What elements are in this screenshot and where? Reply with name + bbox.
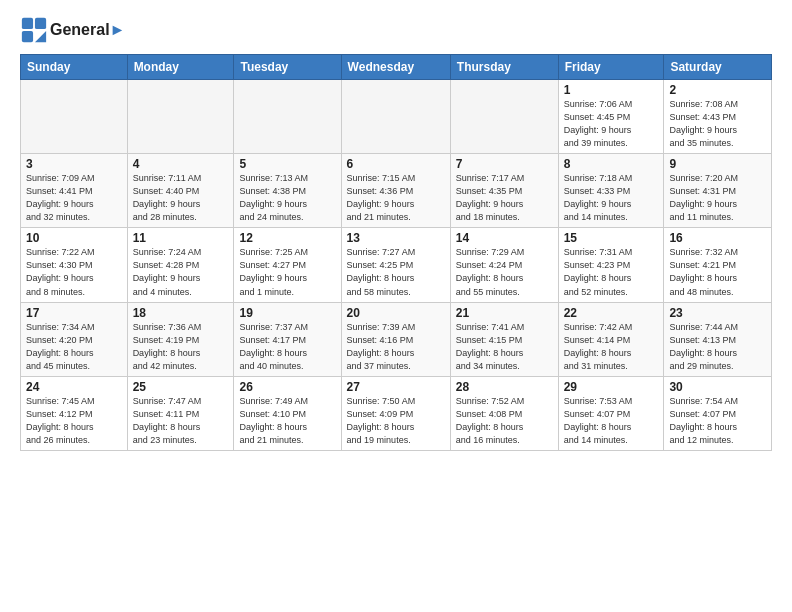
calendar-cell: 18Sunrise: 7:36 AM Sunset: 4:19 PM Dayli… [127,302,234,376]
calendar-week-4: 24Sunrise: 7:45 AM Sunset: 4:12 PM Dayli… [21,376,772,450]
day-info: Sunrise: 7:13 AM Sunset: 4:38 PM Dayligh… [239,172,335,224]
day-info: Sunrise: 7:17 AM Sunset: 4:35 PM Dayligh… [456,172,553,224]
header-tuesday: Tuesday [234,55,341,80]
day-info: Sunrise: 7:49 AM Sunset: 4:10 PM Dayligh… [239,395,335,447]
day-number: 2 [669,83,766,97]
svg-marker-3 [35,31,46,42]
calendar-cell: 4Sunrise: 7:11 AM Sunset: 4:40 PM Daylig… [127,154,234,228]
day-number: 17 [26,306,122,320]
header-monday: Monday [127,55,234,80]
header-wednesday: Wednesday [341,55,450,80]
calendar-table: Sunday Monday Tuesday Wednesday Thursday… [20,54,772,451]
day-info: Sunrise: 7:31 AM Sunset: 4:23 PM Dayligh… [564,246,659,298]
calendar-cell: 29Sunrise: 7:53 AM Sunset: 4:07 PM Dayli… [558,376,664,450]
day-info: Sunrise: 7:27 AM Sunset: 4:25 PM Dayligh… [347,246,445,298]
day-number: 6 [347,157,445,171]
calendar-week-1: 3Sunrise: 7:09 AM Sunset: 4:41 PM Daylig… [21,154,772,228]
calendar-cell: 28Sunrise: 7:52 AM Sunset: 4:08 PM Dayli… [450,376,558,450]
day-info: Sunrise: 7:53 AM Sunset: 4:07 PM Dayligh… [564,395,659,447]
day-info: Sunrise: 7:09 AM Sunset: 4:41 PM Dayligh… [26,172,122,224]
day-info: Sunrise: 7:41 AM Sunset: 4:15 PM Dayligh… [456,321,553,373]
calendar-cell: 12Sunrise: 7:25 AM Sunset: 4:27 PM Dayli… [234,228,341,302]
day-number: 9 [669,157,766,171]
logo: General► [20,16,125,44]
day-number: 1 [564,83,659,97]
day-info: Sunrise: 7:18 AM Sunset: 4:33 PM Dayligh… [564,172,659,224]
day-info: Sunrise: 7:32 AM Sunset: 4:21 PM Dayligh… [669,246,766,298]
calendar-cell: 16Sunrise: 7:32 AM Sunset: 4:21 PM Dayli… [664,228,772,302]
calendar-cell [127,80,234,154]
day-number: 29 [564,380,659,394]
day-info: Sunrise: 7:11 AM Sunset: 4:40 PM Dayligh… [133,172,229,224]
calendar-cell: 21Sunrise: 7:41 AM Sunset: 4:15 PM Dayli… [450,302,558,376]
svg-rect-2 [22,31,33,42]
calendar-cell: 9Sunrise: 7:20 AM Sunset: 4:31 PM Daylig… [664,154,772,228]
calendar-cell: 13Sunrise: 7:27 AM Sunset: 4:25 PM Dayli… [341,228,450,302]
logo-text-block: General► [50,21,125,39]
day-info: Sunrise: 7:36 AM Sunset: 4:19 PM Dayligh… [133,321,229,373]
day-number: 24 [26,380,122,394]
logo-icon [20,16,48,44]
day-number: 10 [26,231,122,245]
day-info: Sunrise: 7:34 AM Sunset: 4:20 PM Dayligh… [26,321,122,373]
day-info: Sunrise: 7:50 AM Sunset: 4:09 PM Dayligh… [347,395,445,447]
calendar-cell: 22Sunrise: 7:42 AM Sunset: 4:14 PM Dayli… [558,302,664,376]
day-info: Sunrise: 7:45 AM Sunset: 4:12 PM Dayligh… [26,395,122,447]
day-info: Sunrise: 7:08 AM Sunset: 4:43 PM Dayligh… [669,98,766,150]
calendar-cell: 8Sunrise: 7:18 AM Sunset: 4:33 PM Daylig… [558,154,664,228]
day-info: Sunrise: 7:52 AM Sunset: 4:08 PM Dayligh… [456,395,553,447]
calendar-cell: 7Sunrise: 7:17 AM Sunset: 4:35 PM Daylig… [450,154,558,228]
day-info: Sunrise: 7:37 AM Sunset: 4:17 PM Dayligh… [239,321,335,373]
day-info: Sunrise: 7:54 AM Sunset: 4:07 PM Dayligh… [669,395,766,447]
day-number: 14 [456,231,553,245]
header-saturday: Saturday [664,55,772,80]
day-info: Sunrise: 7:24 AM Sunset: 4:28 PM Dayligh… [133,246,229,298]
day-info: Sunrise: 7:15 AM Sunset: 4:36 PM Dayligh… [347,172,445,224]
day-number: 19 [239,306,335,320]
calendar-cell: 3Sunrise: 7:09 AM Sunset: 4:41 PM Daylig… [21,154,128,228]
header-friday: Friday [558,55,664,80]
calendar-header-row: Sunday Monday Tuesday Wednesday Thursday… [21,55,772,80]
day-number: 15 [564,231,659,245]
calendar-cell: 6Sunrise: 7:15 AM Sunset: 4:36 PM Daylig… [341,154,450,228]
calendar-cell: 1Sunrise: 7:06 AM Sunset: 4:45 PM Daylig… [558,80,664,154]
calendar-cell: 11Sunrise: 7:24 AM Sunset: 4:28 PM Dayli… [127,228,234,302]
day-number: 8 [564,157,659,171]
day-info: Sunrise: 7:39 AM Sunset: 4:16 PM Dayligh… [347,321,445,373]
day-info: Sunrise: 7:25 AM Sunset: 4:27 PM Dayligh… [239,246,335,298]
day-number: 28 [456,380,553,394]
calendar-cell: 17Sunrise: 7:34 AM Sunset: 4:20 PM Dayli… [21,302,128,376]
calendar-cell: 24Sunrise: 7:45 AM Sunset: 4:12 PM Dayli… [21,376,128,450]
calendar-cell: 25Sunrise: 7:47 AM Sunset: 4:11 PM Dayli… [127,376,234,450]
day-number: 5 [239,157,335,171]
calendar-cell [234,80,341,154]
calendar-cell: 26Sunrise: 7:49 AM Sunset: 4:10 PM Dayli… [234,376,341,450]
calendar-cell: 19Sunrise: 7:37 AM Sunset: 4:17 PM Dayli… [234,302,341,376]
calendar-cell: 27Sunrise: 7:50 AM Sunset: 4:09 PM Dayli… [341,376,450,450]
calendar-cell: 20Sunrise: 7:39 AM Sunset: 4:16 PM Dayli… [341,302,450,376]
day-number: 25 [133,380,229,394]
calendar-week-2: 10Sunrise: 7:22 AM Sunset: 4:30 PM Dayli… [21,228,772,302]
day-info: Sunrise: 7:06 AM Sunset: 4:45 PM Dayligh… [564,98,659,150]
svg-rect-1 [35,18,46,29]
page: General► Sunday Monday Tuesday Wednesday… [0,0,792,461]
calendar-week-0: 1Sunrise: 7:06 AM Sunset: 4:45 PM Daylig… [21,80,772,154]
day-number: 22 [564,306,659,320]
day-number: 21 [456,306,553,320]
day-number: 12 [239,231,335,245]
day-number: 18 [133,306,229,320]
day-info: Sunrise: 7:29 AM Sunset: 4:24 PM Dayligh… [456,246,553,298]
header-sunday: Sunday [21,55,128,80]
day-number: 27 [347,380,445,394]
day-number: 20 [347,306,445,320]
calendar-cell: 15Sunrise: 7:31 AM Sunset: 4:23 PM Dayli… [558,228,664,302]
day-number: 23 [669,306,766,320]
calendar-cell: 2Sunrise: 7:08 AM Sunset: 4:43 PM Daylig… [664,80,772,154]
day-number: 7 [456,157,553,171]
calendar-cell [21,80,128,154]
calendar-week-3: 17Sunrise: 7:34 AM Sunset: 4:20 PM Dayli… [21,302,772,376]
calendar-cell: 10Sunrise: 7:22 AM Sunset: 4:30 PM Dayli… [21,228,128,302]
calendar-cell: 14Sunrise: 7:29 AM Sunset: 4:24 PM Dayli… [450,228,558,302]
header: General► [20,16,772,44]
calendar-cell: 23Sunrise: 7:44 AM Sunset: 4:13 PM Dayli… [664,302,772,376]
